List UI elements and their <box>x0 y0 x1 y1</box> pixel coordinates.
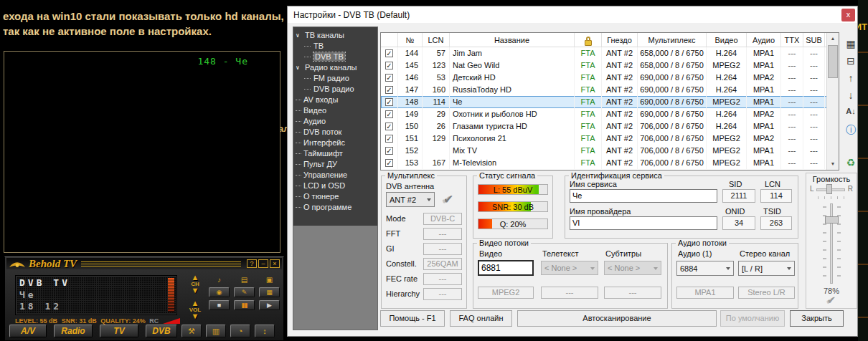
speaker-icon[interactable]: ♪ <box>209 275 230 284</box>
tree-item[interactable]: Таймшифт <box>293 148 377 159</box>
mode-dvb-button[interactable]: DVB <box>146 325 177 337</box>
channel-checkbox[interactable]: ✓ <box>385 147 393 155</box>
mic-button[interactable]: ✎ <box>234 287 255 297</box>
play-button[interactable]: ▶ <box>259 300 280 310</box>
channel-checkbox[interactable]: ✓ <box>385 49 393 57</box>
move-down-icon[interactable]: ↓ <box>842 90 859 101</box>
header-lcn[interactable]: LCN <box>423 33 450 47</box>
tree-item[interactable]: Интерфейс <box>293 138 377 148</box>
close-button[interactable]: × <box>270 259 280 268</box>
header-video[interactable]: Видео <box>707 33 747 47</box>
pause-button[interactable]: ▮▮ <box>234 300 255 310</box>
table-row[interactable]: ✓ 145 123 Nat Geo Wild FTA ANT #2 658,00… <box>381 59 839 72</box>
service-name-input[interactable]: Че <box>570 189 717 203</box>
tree-item[interactable]: LCD и OSD <box>293 181 377 191</box>
channel-checkbox[interactable]: ✓ <box>385 62 393 69</box>
info-icon[interactable]: ⓘ <box>842 124 859 137</box>
tree-item[interactable]: DVB радио <box>293 84 377 95</box>
tree-item[interactable]: AV входы <box>293 95 377 105</box>
header-sub[interactable]: SUB <box>803 33 825 47</box>
header-ttx[interactable]: TTX <box>781 33 803 47</box>
stereo-select[interactable]: [L / R] <box>738 261 795 276</box>
table-row[interactable]: ✓ 148 114 Че FTA ANT #2 690,000 / 8 / 67… <box>381 96 839 108</box>
dialog-close-button[interactable]: x <box>841 9 855 21</box>
tree-item[interactable]: Управление <box>293 170 377 181</box>
player-titlebar[interactable]: Behold TV ? – × <box>6 258 282 269</box>
scroll-down-icon[interactable]: ▼ <box>827 158 839 170</box>
channel-up-icon[interactable]: ▲ <box>192 274 199 281</box>
scheduler-button[interactable]: ◔ <box>230 325 250 337</box>
minimize-button[interactable]: – <box>258 259 268 268</box>
tree-item[interactable]: FM радио <box>293 73 377 84</box>
audio-pid-select[interactable]: 6884 <box>676 261 734 276</box>
channel-checkbox[interactable]: ✓ <box>385 110 393 118</box>
header-access[interactable] <box>575 33 602 47</box>
channel-checkbox[interactable]: ✓ <box>385 98 393 106</box>
mode-av-button[interactable]: A/V <box>9 325 47 337</box>
tree-item[interactable]: Аудио <box>293 116 377 127</box>
record-button[interactable]: ▦ <box>259 287 280 297</box>
dialog-titlebar[interactable]: Настройки - DVB ТВ (Default) <box>288 6 857 23</box>
stop-button[interactable]: ■ <box>209 300 230 310</box>
volume-slider-thumb[interactable] <box>825 216 839 224</box>
table-row[interactable]: ✓ 150 26 Глазами туриста HD FTA ANT #2 7… <box>381 120 839 133</box>
table-row[interactable]: ✓ 151 129 Психология 21 FTA ANT #2 706,0… <box>381 133 839 145</box>
footer-button[interactable]: Автосканирование <box>517 310 717 327</box>
monitor-icon[interactable]: ▣ <box>259 275 280 284</box>
tree-item[interactable]: DVB поток <box>293 127 377 138</box>
tree-item[interactable]: DVB ТВ <box>293 52 377 62</box>
tree-item[interactable]: ТВ <box>293 41 377 52</box>
tree-item[interactable]: Радио каналы <box>293 62 377 73</box>
epg-update-icon[interactable]: ♻ <box>842 157 859 168</box>
header-checkbox-col[interactable] <box>381 33 398 47</box>
channel-checkbox[interactable]: ✓ <box>385 123 393 130</box>
footer-button[interactable]: Закрыть <box>790 310 844 327</box>
snapshot-button[interactable]: ◉ <box>209 287 230 297</box>
remove-row-icon[interactable]: ⊟ <box>842 55 859 67</box>
select-all-grid-icon[interactable]: ▦ <box>842 38 859 49</box>
film-button[interactable]: ▥ <box>206 325 226 337</box>
header-audio[interactable]: Аудио <box>747 33 781 47</box>
footer-button[interactable]: По умолчанию <box>720 310 785 327</box>
move-up-icon[interactable]: ↑ <box>842 72 859 84</box>
channel-checkbox[interactable]: ✓ <box>385 86 393 94</box>
preset-arrows-button[interactable]: ↕ <box>255 325 275 337</box>
tree-item[interactable]: Пульт ДУ <box>293 159 377 170</box>
table-row[interactable]: ✓ 152 Mix TV FTA ANT #2 706,000 / 8 / 67… <box>381 145 839 157</box>
video-pid-input[interactable]: 6881 <box>478 260 534 276</box>
scroll-up-icon[interactable]: ▲ <box>827 33 839 44</box>
sort-az-icon[interactable]: A↓ <box>842 107 859 115</box>
mode-radio-button[interactable]: Radio <box>54 325 93 337</box>
header-socket[interactable]: Гнездо <box>602 33 638 47</box>
balance-slider-thumb[interactable] <box>826 184 832 194</box>
help-button[interactable]: ? <box>247 259 257 268</box>
table-scrollbar[interactable]: ▲ ▼ <box>826 33 839 170</box>
tree-item[interactable]: О программе <box>293 202 377 213</box>
channel-checkbox[interactable]: ✓ <box>385 159 393 167</box>
channel-checkbox[interactable]: ✓ <box>385 135 393 143</box>
volume-slider-track[interactable] <box>830 203 833 284</box>
table-row[interactable]: ✓ 146 53 Детский HD FTA ANT #2 690,000 /… <box>381 72 839 84</box>
scrollbar-thumb[interactable] <box>828 45 838 78</box>
table-row[interactable]: ✓ 149 29 Охотник и рыболов HD FTA ANT #2… <box>381 108 839 120</box>
footer-button[interactable]: FAQ онлайн <box>450 310 512 327</box>
channel-checkbox[interactable]: ✓ <box>385 74 393 82</box>
provider-input[interactable]: VI <box>570 216 717 230</box>
clapper-icon[interactable]: ▤ <box>234 275 255 284</box>
table-row[interactable]: ✓ 153 167 M-Television FTA ANT #2 706,00… <box>381 157 839 169</box>
table-row[interactable]: ✓ 147 160 RussiaToday HD FTA ANT #2 690,… <box>381 84 839 96</box>
tree-item[interactable]: Видео <box>293 105 377 116</box>
tree-item[interactable]: ТВ каналы <box>293 30 377 41</box>
header-name[interactable]: Название <box>450 33 575 47</box>
volume-down-icon[interactable]: ▼ <box>192 313 199 320</box>
header-num[interactable]: № <box>398 33 423 47</box>
channel-down-icon[interactable]: ▼ <box>192 287 199 294</box>
table-header[interactable]: № LCN Название Гнездо Мультиплекс Видео … <box>381 33 839 47</box>
footer-button[interactable]: Помощь - F1 <box>380 310 445 327</box>
antenna-select[interactable]: ANT #2 <box>386 192 435 207</box>
header-mux[interactable]: Мультиплекс <box>638 33 707 47</box>
table-row[interactable]: ✓ 144 57 Jim Jam FTA ANT #2 658,000 / 8 … <box>381 47 839 59</box>
wrench-button[interactable]: ⚒ <box>181 325 202 337</box>
mode-tv-button[interactable]: TV <box>100 325 138 337</box>
volume-up-icon[interactable]: ▲ <box>192 300 199 307</box>
